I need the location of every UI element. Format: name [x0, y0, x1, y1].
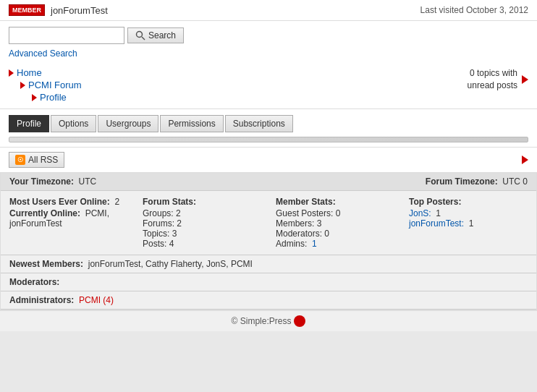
rss-button[interactable]: ☉ All RSS — [9, 152, 64, 168]
forum-timezone: Forum Timezone: UTC 0 — [426, 176, 528, 187]
administrators-value-link[interactable]: PCMI (4) — [79, 295, 114, 305]
administrators-row: Administrators: PCMI (4) — [1, 291, 536, 310]
tab-profile[interactable]: Profile — [9, 115, 49, 132]
admins-stat: Admins: 1 — [276, 239, 394, 249]
stats-main: Most Users Ever Online: 2 Currently Onli… — [1, 191, 536, 255]
search-button-label: Search — [148, 30, 176, 41]
tab-permissions[interactable]: Permissions — [160, 115, 223, 132]
most-users-label: Most Users Ever Online: — [9, 197, 110, 207]
tab-usergroups[interactable]: Usergroups — [98, 115, 158, 132]
svg-point-0 — [137, 32, 143, 38]
forum-stats-label: Forum Stats: — [143, 197, 261, 207]
topics-stat: Topics: 3 — [143, 229, 261, 239]
breadcrumb-arrow-profile — [32, 94, 37, 101]
breadcrumb: Home PCMI Forum Profile — [9, 67, 82, 103]
tabs-area: Profile Options Usergroups Permissions S… — [0, 108, 537, 132]
member-stats-col: Member Stats: Guest Posters: 0 Members: … — [276, 197, 394, 249]
currently-online: Currently Online: PCMI, jonForumTest — [9, 208, 128, 229]
groups-stat: Groups: 2 — [143, 208, 261, 218]
member-badge: MEMBER — [9, 4, 45, 16]
administrators-label: Administrators: — [9, 295, 74, 305]
svg-line-1 — [142, 37, 145, 40]
your-timezone: Your Timezone: UTC — [9, 176, 96, 187]
most-users-value: 2 — [114, 197, 119, 207]
tab-subscriptions[interactable]: Subscriptions — [225, 115, 293, 132]
unread-topics: 0 topics withunread posts — [468, 67, 528, 92]
breadcrumb-profile[interactable]: Profile — [9, 92, 82, 103]
breadcrumb-home[interactable]: Home — [9, 67, 82, 78]
progress-bar — [9, 137, 528, 142]
search-button[interactable]: Search — [127, 27, 184, 43]
search-bar: Search — [0, 21, 537, 47]
tab-options[interactable]: Options — [51, 115, 96, 132]
most-users-online: Most Users Ever Online: 2 — [9, 197, 128, 207]
users-online-col: Most Users Ever Online: 2 Currently Onli… — [9, 197, 128, 249]
username: jonForumTest — [51, 5, 108, 16]
forum-timezone-value: UTC 0 — [502, 176, 528, 187]
top-poster-1: JonS: 1 — [409, 208, 528, 218]
top-posters-col: Top Posters: JonS: 1 jonForumTest: 1 — [409, 197, 528, 249]
breadcrumb-pcmi-label: PCMI Forum — [28, 80, 82, 90]
unread-arrow-icon — [522, 75, 528, 84]
footer: © Simple:Press — [0, 310, 537, 331]
search-icon — [135, 30, 145, 41]
currently-online-label: Currently Online: — [9, 208, 80, 218]
unread-text: 0 topics withunread posts — [468, 67, 517, 92]
top-poster-2: jonForumTest: 1 — [409, 218, 528, 229]
tabs: Profile Options Usergroups Permissions S… — [9, 115, 528, 132]
timezone-row: Your Timezone: UTC Forum Timezone: UTC 0 — [1, 173, 536, 191]
rss-label: All RSS — [28, 155, 58, 165]
top-posters-label: Top Posters: — [409, 197, 528, 207]
moderators-row-label: Moderators: — [9, 277, 59, 287]
stats-section: Your Timezone: UTC Forum Timezone: UTC 0… — [0, 172, 537, 310]
advanced-search-link[interactable]: Advanced Search — [0, 47, 537, 64]
top-poster-2-link[interactable]: jonForumTest: — [409, 218, 464, 229]
top-poster-1-link[interactable]: JonS: — [409, 208, 431, 218]
member-stats-label: Member Stats: — [276, 197, 394, 207]
posts-stat: Posts: 4 — [143, 239, 261, 249]
progress-bar-area — [0, 132, 537, 147]
top-poster-1-value: 1 — [436, 208, 441, 218]
simplepress-logo — [294, 315, 305, 327]
forums-stat: Forums: 2 — [143, 218, 261, 229]
moderators-stat: Moderators: 0 — [276, 229, 394, 239]
user-info: MEMBER jonForumTest — [9, 4, 108, 16]
your-timezone-value: UTC — [79, 176, 97, 187]
top-poster-2-value: 1 — [469, 218, 474, 229]
newest-members-value: jonForumTest, Cathy Flaherty, JonS, PCMI — [88, 259, 253, 269]
breadcrumb-home-label: Home — [17, 67, 42, 78]
admins-value-link[interactable]: 1 — [312, 239, 317, 249]
newest-members-row: Newest Members: jonForumTest, Cathy Flah… — [1, 255, 536, 273]
admins-label: Admins: — [276, 239, 307, 249]
rss-bar: ☉ All RSS — [0, 147, 537, 172]
breadcrumb-arrow-home — [9, 69, 14, 77]
your-timezone-label: Your Timezone: — [9, 176, 74, 187]
breadcrumb-arrow-pcmi — [20, 82, 25, 89]
breadcrumb-area: Home PCMI Forum Profile 0 topics withunr… — [0, 64, 537, 108]
guest-posters-stat: Guest Posters: 0 — [276, 208, 394, 218]
breadcrumb-profile-label: Profile — [40, 92, 67, 103]
members-stat: Members: 3 — [276, 218, 394, 229]
rss-icon: ☉ — [15, 155, 25, 165]
forum-timezone-label: Forum Timezone: — [426, 176, 498, 187]
top-bar: MEMBER jonForumTest Last visited October… — [0, 0, 537, 21]
breadcrumb-pcmi-forum[interactable]: PCMI Forum — [9, 80, 82, 90]
newest-members-label: Newest Members: — [9, 259, 83, 269]
moderators-row: Moderators: — [1, 273, 536, 291]
last-visited: Last visited October 3, 2012 — [420, 5, 528, 15]
footer-text: © Simple:Press — [232, 316, 292, 326]
rss-right-arrow-icon — [522, 155, 528, 164]
search-input[interactable] — [9, 27, 124, 44]
forum-stats-col: Forum Stats: Groups: 2 Forums: 2 Topics:… — [143, 197, 261, 249]
